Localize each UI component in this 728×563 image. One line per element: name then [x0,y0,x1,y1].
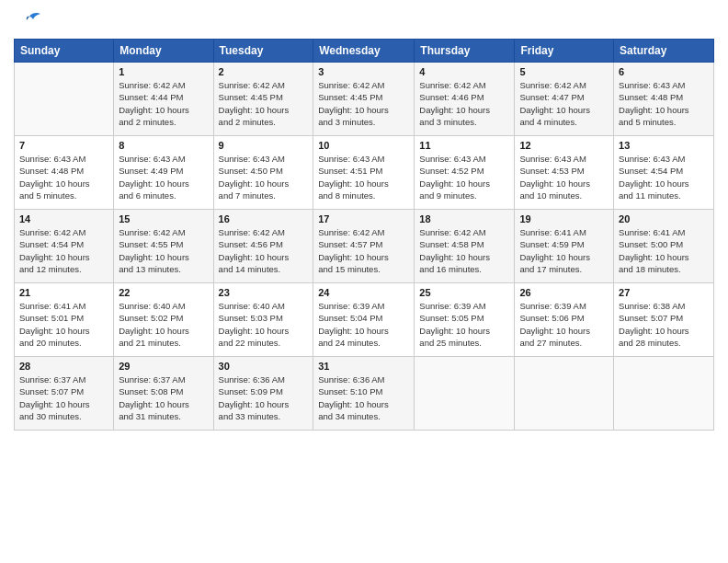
day-info: Sunrise: 6:42 AMSunset: 4:44 PMDaylight:… [119,79,208,128]
calendar-cell: 12Sunrise: 6:43 AMSunset: 4:53 PMDayligh… [515,136,614,210]
calendar-cell: 3Sunrise: 6:42 AMSunset: 4:45 PMDaylight… [313,63,415,136]
day-info: Sunrise: 6:43 AMSunset: 4:52 PMDaylight:… [419,153,509,201]
day-number: 27 [619,287,709,298]
calendar-cell: 2Sunrise: 6:42 AMSunset: 4:45 PMDaylight… [213,63,313,136]
calendar-cell: 22Sunrise: 6:40 AMSunset: 5:02 PMDayligh… [114,283,213,357]
day-number: 5 [519,66,609,77]
day-info: Sunrise: 6:42 AMSunset: 4:47 PMDaylight:… [519,79,609,128]
day-info: Sunrise: 6:42 AMSunset: 4:57 PMDaylight:… [318,226,409,275]
calendar-cell: 28Sunrise: 6:37 AMSunset: 5:07 PMDayligh… [15,357,114,431]
calendar-cell: 23Sunrise: 6:40 AMSunset: 5:03 PMDayligh… [213,283,313,357]
calendar-cell: 29Sunrise: 6:37 AMSunset: 5:08 PMDayligh… [114,357,213,431]
weekday-header-sunday: Sunday [15,40,114,63]
day-number: 29 [119,361,208,372]
calendar-cell: 17Sunrise: 6:42 AMSunset: 4:57 PMDayligh… [313,210,415,283]
calendar-page: SundayMondayTuesdayWednesdayThursdayFrid… [0,0,728,563]
week-row-1: 1Sunrise: 6:42 AMSunset: 4:44 PMDaylight… [15,63,714,136]
day-info: Sunrise: 6:41 AMSunset: 5:01 PMDaylight:… [19,300,108,349]
calendar-cell: 10Sunrise: 6:43 AMSunset: 4:51 PMDayligh… [313,136,415,210]
day-number: 31 [318,361,409,372]
day-number: 14 [19,213,108,224]
day-number: 20 [619,213,709,224]
week-row-2: 7Sunrise: 6:43 AMSunset: 4:48 PMDaylight… [15,136,714,210]
calendar-cell: 31Sunrise: 6:36 AMSunset: 5:10 PMDayligh… [313,357,415,431]
day-number: 3 [318,66,409,77]
day-number: 1 [119,66,208,77]
calendar-cell: 25Sunrise: 6:39 AMSunset: 5:05 PMDayligh… [415,283,515,357]
calendar-cell: 24Sunrise: 6:39 AMSunset: 5:04 PMDayligh… [313,283,415,357]
day-info: Sunrise: 6:37 AMSunset: 5:08 PMDaylight:… [119,373,208,422]
day-number: 11 [419,140,509,151]
day-number: 13 [619,140,709,151]
day-number: 22 [119,287,208,298]
day-info: Sunrise: 6:42 AMSunset: 4:46 PMDaylight:… [419,79,509,128]
day-info: Sunrise: 6:43 AMSunset: 4:54 PMDaylight:… [619,153,709,201]
day-number: 10 [318,140,409,151]
weekday-header-monday: Monday [114,40,213,63]
day-info: Sunrise: 6:42 AMSunset: 4:58 PMDaylight:… [419,226,509,275]
calendar-cell: 18Sunrise: 6:42 AMSunset: 4:58 PMDayligh… [415,210,515,283]
day-number: 15 [119,213,208,224]
day-info: Sunrise: 6:38 AMSunset: 5:07 PMDaylight:… [619,300,709,349]
weekday-header-thursday: Thursday [415,40,515,63]
day-info: Sunrise: 6:43 AMSunset: 4:48 PMDaylight:… [19,153,108,201]
day-info: Sunrise: 6:43 AMSunset: 4:48 PMDaylight:… [619,79,709,128]
day-number: 7 [19,140,108,151]
calendar-cell [515,357,614,431]
day-number: 21 [19,287,108,298]
weekday-header-wednesday: Wednesday [313,40,415,63]
day-info: Sunrise: 6:36 AMSunset: 5:09 PMDaylight:… [219,373,309,422]
week-row-5: 28Sunrise: 6:37 AMSunset: 5:07 PMDayligh… [15,357,714,431]
calendar-cell: 5Sunrise: 6:42 AMSunset: 4:47 PMDaylight… [515,63,614,136]
day-number: 24 [318,287,409,298]
header [14,9,714,31]
day-number: 17 [318,213,409,224]
day-info: Sunrise: 6:42 AMSunset: 4:55 PMDaylight:… [119,226,208,275]
weekday-header-row: SundayMondayTuesdayWednesdayThursdayFrid… [15,40,714,63]
calendar-cell: 8Sunrise: 6:43 AMSunset: 4:49 PMDaylight… [114,136,213,210]
day-number: 9 [219,140,309,151]
day-info: Sunrise: 6:41 AMSunset: 5:00 PMDaylight:… [619,226,709,275]
day-number: 23 [219,287,309,298]
day-info: Sunrise: 6:43 AMSunset: 4:51 PMDaylight:… [318,153,409,201]
day-info: Sunrise: 6:42 AMSunset: 4:54 PMDaylight:… [19,226,108,275]
logo [14,9,42,31]
weekday-header-saturday: Saturday [614,40,714,63]
day-number: 8 [119,140,208,151]
day-number: 25 [419,287,509,298]
calendar-cell: 9Sunrise: 6:43 AMSunset: 4:50 PMDaylight… [213,136,313,210]
day-info: Sunrise: 6:39 AMSunset: 5:04 PMDaylight:… [318,300,409,349]
calendar-cell: 16Sunrise: 6:42 AMSunset: 4:56 PMDayligh… [213,210,313,283]
weekday-header-friday: Friday [515,40,614,63]
day-info: Sunrise: 6:43 AMSunset: 4:49 PMDaylight:… [119,153,208,201]
day-info: Sunrise: 6:41 AMSunset: 4:59 PMDaylight:… [519,226,609,275]
day-info: Sunrise: 6:40 AMSunset: 5:03 PMDaylight:… [219,300,309,349]
calendar-cell: 27Sunrise: 6:38 AMSunset: 5:07 PMDayligh… [614,283,714,357]
day-number: 6 [619,66,709,77]
calendar-cell: 21Sunrise: 6:41 AMSunset: 5:01 PMDayligh… [15,283,114,357]
day-number: 4 [419,66,509,77]
day-number: 28 [19,361,108,372]
calendar-cell: 15Sunrise: 6:42 AMSunset: 4:55 PMDayligh… [114,210,213,283]
day-number: 19 [519,213,609,224]
day-number: 26 [519,287,609,298]
day-info: Sunrise: 6:40 AMSunset: 5:02 PMDaylight:… [119,300,208,349]
calendar-cell [15,63,114,136]
day-info: Sunrise: 6:39 AMSunset: 5:05 PMDaylight:… [419,300,509,349]
day-number: 18 [419,213,509,224]
day-info: Sunrise: 6:43 AMSunset: 4:50 PMDaylight:… [219,153,309,201]
calendar-cell: 26Sunrise: 6:39 AMSunset: 5:06 PMDayligh… [515,283,614,357]
calendar-cell: 11Sunrise: 6:43 AMSunset: 4:52 PMDayligh… [415,136,515,210]
day-number: 30 [219,361,309,372]
calendar-cell: 20Sunrise: 6:41 AMSunset: 5:00 PMDayligh… [614,210,714,283]
day-info: Sunrise: 6:37 AMSunset: 5:07 PMDaylight:… [19,373,108,422]
logo-bird-icon [17,9,42,35]
calendar-cell: 4Sunrise: 6:42 AMSunset: 4:46 PMDaylight… [415,63,515,136]
calendar-cell: 14Sunrise: 6:42 AMSunset: 4:54 PMDayligh… [15,210,114,283]
calendar-cell: 6Sunrise: 6:43 AMSunset: 4:48 PMDaylight… [614,63,714,136]
day-info: Sunrise: 6:42 AMSunset: 4:45 PMDaylight:… [219,79,309,128]
calendar-cell: 13Sunrise: 6:43 AMSunset: 4:54 PMDayligh… [614,136,714,210]
day-info: Sunrise: 6:43 AMSunset: 4:53 PMDaylight:… [519,153,609,201]
day-number: 12 [519,140,609,151]
day-info: Sunrise: 6:39 AMSunset: 5:06 PMDaylight:… [519,300,609,349]
